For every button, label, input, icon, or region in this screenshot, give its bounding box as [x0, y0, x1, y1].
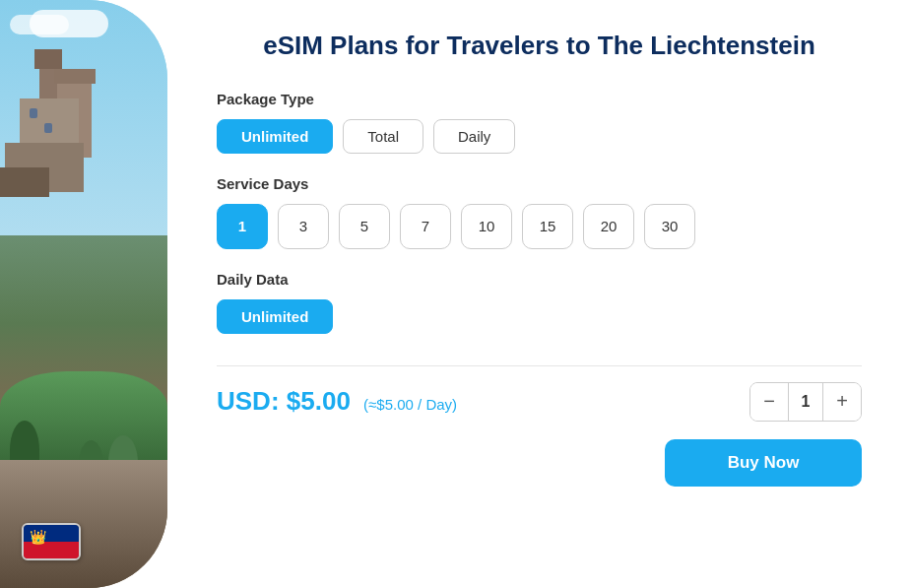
package-type-label: Package Type — [217, 91, 862, 107]
day-btn-5[interactable]: 5 — [339, 204, 390, 249]
buy-now-button[interactable]: Buy Now — [665, 439, 862, 487]
daily-data-options: Unlimited — [217, 299, 862, 334]
left-panel: 👑 — [0, 0, 167, 588]
day-btn-15[interactable]: 15 — [522, 204, 573, 249]
quantity-decrement-btn[interactable]: − — [750, 383, 788, 421]
country-flag: 👑 — [22, 523, 81, 560]
package-type-daily-btn[interactable]: Daily — [433, 119, 515, 154]
price-display: USD: $5.00 (≈$5.00 / Day) — [217, 386, 457, 417]
day-btn-1[interactable]: 1 — [217, 204, 268, 249]
package-type-section: Package Type Unlimited Total Daily — [217, 91, 862, 154]
service-days-label: Service Days — [217, 175, 862, 192]
day-btn-10[interactable]: 10 — [461, 204, 512, 249]
package-type-options: Unlimited Total Daily — [217, 119, 862, 154]
package-type-unlimited-btn[interactable]: Unlimited — [217, 119, 333, 154]
quantity-increment-btn[interactable]: + — [823, 383, 861, 421]
service-days-section: Service Days 1 3 5 7 10 15 20 30 — [217, 175, 862, 249]
page-title: eSIM Plans for Travelers to The Liechten… — [217, 30, 862, 63]
bottom-actions: Buy Now — [217, 439, 862, 487]
day-btn-20[interactable]: 20 — [583, 204, 634, 249]
service-days-options: 1 3 5 7 10 15 20 30 — [217, 204, 862, 249]
daily-data-unlimited-btn[interactable]: Unlimited — [217, 299, 333, 334]
daily-data-label: Daily Data — [217, 271, 862, 288]
package-type-total-btn[interactable]: Total — [343, 119, 423, 154]
price-row: USD: $5.00 (≈$5.00 / Day) − 1 + — [217, 382, 862, 422]
day-btn-30[interactable]: 30 — [644, 204, 695, 249]
price-per-day: (≈$5.00 / Day) — [363, 396, 457, 413]
day-btn-3[interactable]: 3 — [278, 204, 329, 249]
price-amount: USD: $5.00 — [217, 386, 358, 416]
right-panel: eSIM Plans for Travelers to The Liechten… — [167, 0, 911, 588]
destination-image — [0, 0, 167, 588]
quantity-control: − 1 + — [749, 382, 862, 422]
flag-crown-icon: 👑 — [30, 529, 46, 545]
section-divider — [217, 365, 862, 366]
daily-data-section: Daily Data Unlimited — [217, 271, 862, 334]
quantity-value: 1 — [788, 383, 823, 421]
day-btn-7[interactable]: 7 — [400, 204, 451, 249]
